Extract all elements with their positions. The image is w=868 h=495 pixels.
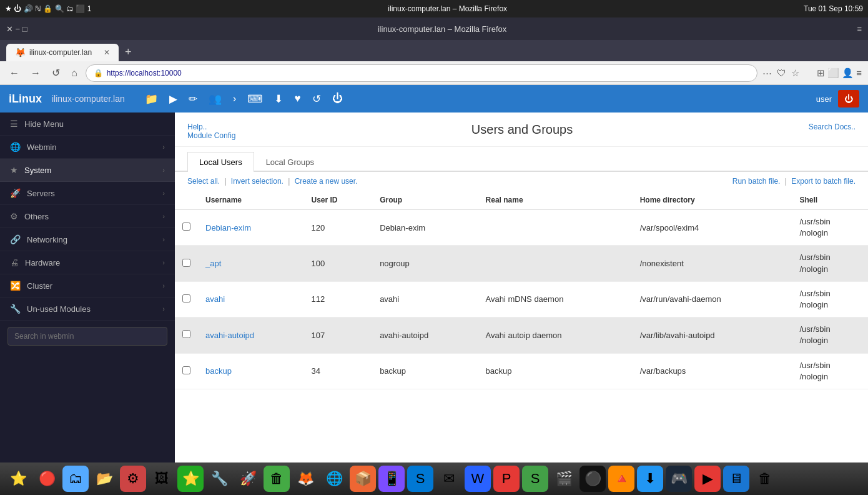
sidebar: ☰ Hide Menu 🌐 Webmin › ★ System › 🚀 Serv… [0,112,175,462]
module-config-link[interactable]: Module Config [187,131,235,140]
username-link[interactable]: _apt [205,259,221,268]
terminal-icon[interactable]: ⌨ [247,92,263,106]
row-checkbox[interactable] [182,222,190,231]
row-homedir: /var/run/avahi-daemon [633,281,792,317]
more-icon[interactable]: ⋯ [762,68,772,79]
files-icon[interactable]: 📁 [145,92,158,106]
username-link[interactable]: avahi-autoipd [205,331,254,340]
modules-icon: 🔧 [10,304,21,314]
row-userid: 100 [303,246,372,281]
sidebar-item-label: System [24,166,156,175]
sidebar-item-label: Un-used Modules [27,304,156,314]
shield-icon[interactable]: 🛡 [777,68,786,78]
row-group: Debian-exim [372,210,478,246]
sidebar-search-input[interactable] [7,327,167,346]
row-homedir: /var/spool/exim4 [633,210,792,246]
username-link[interactable]: backup [205,366,232,376]
col-group: Group [372,191,478,210]
sidebar-item-label: Networking [27,235,156,244]
chevron-right-icon: › [162,166,165,174]
sidebar-item-webmin[interactable]: 🌐 Webmin › [0,136,175,159]
app-user-label: user [816,94,832,104]
chevron-right-icon: › [162,305,165,312]
forward-button[interactable]: → [27,66,44,80]
browser-titlebar: ✕ − □ ilinux-computer.lan – Mozilla Fire… [0,18,868,40]
sidebar-item-label: Hide Menu [24,119,165,129]
sidebar-item-unused-modules[interactable]: 🔧 Un-used Modules › [0,298,175,321]
browser-tab[interactable]: 🦊 ilinux-computer.lan ✕ [6,44,119,61]
row-checkbox[interactable] [182,259,190,267]
search-docs-link[interactable]: Search Docs.. [809,122,856,131]
app-logout-button[interactable]: ⏻ [838,90,859,108]
refresh-icon[interactable]: ↺ [312,92,321,106]
row-userid: 112 [303,281,372,317]
chevron-right-icon: › [162,189,165,197]
table-row: Debian-exim 120 Debian-exim /var/spool/e… [175,210,868,246]
os-taskbar-top: ★ ⏻ 🔊 ℕ 🔒 🔍 🗂 ⬛ 1 ilinux-computer.lan – … [0,0,868,18]
sidebar-item-hardware[interactable]: 🖨 Hardware › [0,251,175,274]
tab-local-users[interactable]: Local Users [187,152,254,172]
reload-button[interactable]: ↺ [49,66,63,80]
app-hostname: ilinux-computer.lan [52,94,125,104]
col-shell: Shell [792,191,869,210]
taskbar-app-icons: ★ ⏻ 🔊 ℕ 🔒 🔍 🗂 ⬛ 1 [5,4,91,13]
create-new-user-link[interactable]: Create a new user. [295,177,358,186]
row-checkbox-cell [175,353,198,389]
edit-icon[interactable]: ✏ [189,92,197,106]
help-link[interactable]: Help.. [187,122,207,131]
tab-close-icon[interactable]: ✕ [104,48,110,57]
username-link[interactable]: Debian-exim [205,223,251,232]
browser-title: ilinux-computer.lan – Mozilla Firefox [32,24,852,34]
row-shell: /usr/sbin/nologin [792,210,869,246]
tabs-bar: Local Users Local Groups [175,152,868,172]
row-checkbox[interactable] [182,366,190,374]
bookmark-icon[interactable]: ☆ [791,68,799,79]
sidebar-item-system[interactable]: ★ System › [0,159,175,182]
window-controls[interactable]: ✕ − □ [6,24,27,34]
play-icon[interactable]: ▶ [169,92,177,106]
download-icon[interactable]: ⬇ [274,92,283,106]
row-checkbox-cell [175,318,198,353]
hardware-icon: 🖨 [10,258,19,268]
sidebar-item-networking[interactable]: 🔗 Networking › [0,228,175,251]
row-group: avahi [372,281,478,317]
row-checkbox[interactable] [182,330,190,338]
row-username: Debian-exim [198,210,303,246]
addressbar-right-icons: ⋯ 🛡 ☆ ⊞ ⬜ 👤 ≡ [762,68,862,79]
row-group: avahi-autoipd [372,318,478,353]
username-link[interactable]: avahi [205,294,225,304]
sidebar-item-others[interactable]: ⚙ Others › [0,205,175,228]
new-tab-button[interactable]: + [121,46,136,59]
row-username: _apt [198,246,303,281]
sidebar-item-label: Others [24,212,156,221]
select-all-link[interactable]: Select all. [187,177,220,186]
home-button[interactable]: ⌂ [68,66,81,80]
sidebar-item-cluster[interactable]: 🔀 Cluster › [0,274,175,298]
sidebar-item-servers[interactable]: 🚀 Servers › [0,182,175,205]
export-batch-file-link[interactable]: Export to batch file. [791,177,856,186]
users-icon[interactable]: 👥 [209,92,222,106]
run-batch-file-link[interactable]: Run batch file. [732,177,781,186]
star-icon: ★ [10,165,18,175]
row-checkbox[interactable] [182,294,190,302]
col-realname: Real name [478,191,633,210]
address-box[interactable]: 🔒 https://localhost:10000 [86,64,757,82]
sidebar-item-hide-menu[interactable]: ☰ Hide Menu [0,112,175,136]
row-realname: Avahi autoip daemon [478,318,633,353]
tab-local-groups[interactable]: Local Groups [254,152,326,172]
arrow-icon[interactable]: › [233,92,237,105]
row-shell: /usr/sbin/nologin [792,318,869,353]
health-icon[interactable]: ♥ [294,92,300,105]
chevron-right-icon: › [162,236,165,243]
rocket-icon: 🚀 [10,188,21,198]
invert-selection-link[interactable]: Invert selection. [231,177,284,186]
content-header-links: Help.. Module Config [187,122,235,140]
browser-menu-icon[interactable]: ≡ [857,24,862,34]
power-icon[interactable]: ⏻ [332,92,343,105]
row-realname: Avahi mDNS daemon [478,281,633,317]
main-layout: ☰ Hide Menu 🌐 Webmin › ★ System › 🚀 Serv… [0,112,868,462]
back-button[interactable]: ← [6,66,22,80]
browser-addressbar: ← → ↺ ⌂ 🔒 https://localhost:10000 ⋯ 🛡 ☆ … [0,61,868,85]
webmin-icon: 🌐 [10,142,21,152]
cluster-icon: 🔀 [10,281,21,291]
